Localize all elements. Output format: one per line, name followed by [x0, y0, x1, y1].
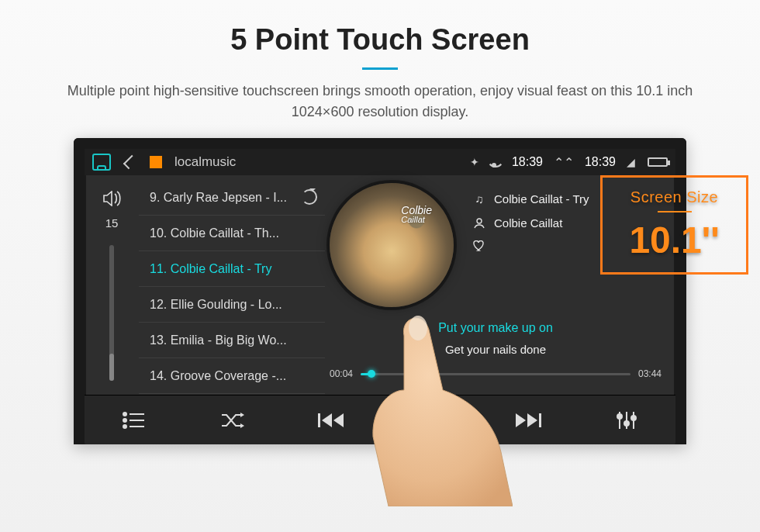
playlist-item-active[interactable]: 11. Colbie Caillat - Try	[139, 251, 325, 287]
artist-name: Colbie Caillat	[494, 216, 562, 230]
svg-rect-11	[432, 410, 437, 430]
lyric-current: Put your make up on	[330, 321, 662, 335]
volume-panel: 15	[85, 175, 139, 395]
signal-icon: ◢	[627, 156, 635, 168]
svg-rect-10	[423, 410, 427, 430]
battery-icon	[648, 157, 668, 167]
svg-marker-12	[516, 413, 526, 427]
volume-icon[interactable]	[102, 191, 121, 210]
progress-slider[interactable]	[361, 373, 630, 375]
music-app-icon	[150, 156, 162, 168]
svg-point-0	[477, 219, 482, 223]
svg-marker-13	[527, 413, 537, 427]
playlist-item-label: 10. Colbie Caillat - Th...	[150, 226, 279, 240]
status-bar: localmusic ✦ 18:39 ⌃⌃ 18:39 ◢	[85, 149, 675, 175]
pause-button[interactable]	[399, 410, 461, 430]
bluetooth-icon: ✦	[470, 156, 479, 168]
marketing-headline: 5 Point Touch Screen	[0, 23, 760, 57]
svg-point-16	[617, 414, 622, 419]
chevron-up-icon: ⌃⌃	[554, 155, 574, 170]
volume-slider[interactable]	[109, 245, 114, 381]
playlist-item[interactable]: 13. Emilia - Big Big Wo...	[139, 323, 325, 358]
svg-point-5	[123, 425, 126, 428]
wifi-icon	[487, 157, 501, 168]
song-title-row: ♫ Colbie Caillat - Try	[472, 192, 589, 206]
shuffle-button[interactable]	[202, 412, 264, 429]
equalizer-button[interactable]	[596, 411, 658, 430]
playlist[interactable]: 9. Carly Rae Jepsen - I... 10. Colbie Ca…	[139, 175, 325, 395]
heart-icon[interactable]	[472, 240, 486, 251]
volume-level: 15	[105, 216, 119, 230]
status-time-1: 18:39	[512, 155, 543, 169]
playlist-item-label: 9. Carly Rae Jepsen - I...	[150, 191, 287, 204]
music-note-icon: ♫	[472, 192, 486, 206]
status-app-title: localmusic	[174, 154, 236, 170]
media-controls	[85, 395, 675, 444]
playlist-item[interactable]: 10. Colbie Caillat - Th...	[139, 216, 325, 251]
playlist-item[interactable]: 14. Groove Coverage -...	[139, 358, 325, 394]
callout-divider	[658, 211, 692, 212]
headline-divider	[362, 67, 398, 70]
marketing-subhead: Multiple point high-sensitive touchscree…	[58, 81, 702, 123]
device-screen: localmusic ✦ 18:39 ⌃⌃ 18:39 ◢ 15	[74, 138, 686, 444]
lyrics: Put your make up on Get your nails done	[330, 321, 662, 356]
prev-button[interactable]	[300, 412, 362, 429]
svg-point-3	[123, 419, 126, 422]
time-elapsed: 00:04	[330, 368, 353, 379]
status-time-2: 18:39	[585, 155, 616, 169]
playlist-button[interactable]	[103, 412, 165, 429]
svg-point-18	[624, 421, 629, 426]
next-button[interactable]	[497, 412, 559, 429]
home-icon[interactable]	[92, 154, 111, 171]
callout-value: 10.1''	[629, 219, 719, 261]
svg-marker-8	[322, 413, 332, 427]
svg-rect-14	[539, 413, 541, 427]
back-icon[interactable]	[123, 155, 137, 169]
playlist-item-label: 11. Colbie Caillat - Try	[150, 262, 271, 275]
playlist-item-label: 14. Groove Coverage -...	[150, 369, 286, 382]
svg-point-1	[123, 413, 126, 416]
person-icon	[472, 218, 486, 229]
playlist-item-label: 12. Ellie Goulding - Lo...	[150, 298, 282, 311]
callout-label: Screen Size	[630, 188, 718, 206]
screen-size-callout: Screen Size 10.1''	[600, 175, 748, 275]
album-cover[interactable]: Colbie Caillat	[330, 183, 454, 307]
favorite-row[interactable]	[472, 240, 589, 251]
svg-point-20	[631, 416, 636, 420]
lyric-next: Get your nails done	[330, 343, 662, 356]
svg-marker-9	[333, 413, 344, 427]
artist-row: Colbie Caillat	[472, 216, 589, 230]
svg-rect-7	[318, 413, 320, 427]
playlist-item[interactable]: 9. Carly Rae Jepsen - I...	[139, 180, 325, 216]
playlist-item[interactable]: 12. Ellie Goulding - Lo...	[139, 287, 325, 323]
playlist-item-label: 13. Emilia - Big Big Wo...	[150, 333, 287, 347]
cover-artist-label: Colbie Caillat	[401, 205, 432, 224]
song-title: Colbie Caillat - Try	[494, 192, 589, 206]
loop-icon[interactable]	[302, 189, 317, 205]
time-total: 03:44	[638, 368, 662, 379]
